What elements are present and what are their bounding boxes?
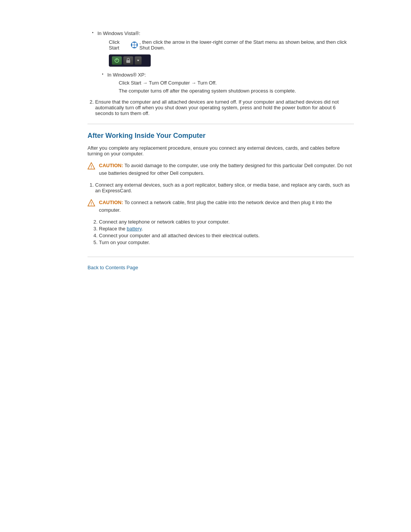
xp-instruction: Click Start → Turn Off Computer → Turn O… bbox=[119, 80, 354, 86]
numbered-steps-top: Ensure that the computer and all attache… bbox=[95, 99, 354, 116]
caution2-body: To connect a network cable, first plug t… bbox=[99, 200, 332, 213]
after-step4: Connect your computer and all attached d… bbox=[99, 233, 354, 238]
caution1-text: CAUTION: To avoid damage to the computer… bbox=[99, 162, 354, 177]
xp-item: In Windows® XP: Click Start → Turn Off C… bbox=[101, 72, 354, 94]
svg-rect-3 bbox=[132, 45, 134, 48]
intro-text: After you complete any replacement proce… bbox=[88, 145, 354, 157]
windows-logo-icon bbox=[131, 42, 138, 48]
xp-section: In Windows® XP: Click Start → Turn Off C… bbox=[97, 72, 354, 94]
shutdown-bar-image bbox=[109, 54, 151, 67]
step2-item: Ensure that the computer and all attache… bbox=[95, 99, 354, 116]
page-container: In Windows Vista®: Click Start bbox=[42, 0, 369, 293]
after-step3-suffix: . bbox=[142, 226, 143, 232]
svg-marker-9 bbox=[137, 60, 139, 61]
after-step5-text: Turn on your computer. bbox=[99, 240, 150, 245]
after-step3: Replace the battery. bbox=[99, 226, 354, 232]
os-list: In Windows Vista®: Click Start bbox=[91, 30, 354, 94]
after-step5: Turn on your computer. bbox=[99, 240, 354, 245]
caution2-label: CAUTION: bbox=[99, 200, 123, 205]
caution-triangle-icon-1: ! bbox=[88, 162, 95, 170]
lock-button-icon bbox=[123, 56, 133, 65]
click-start-text: Click Start bbox=[109, 39, 129, 51]
back-link-container: Back to Contents Page bbox=[88, 265, 354, 270]
svg-rect-2 bbox=[135, 43, 137, 45]
vista-label: In Windows Vista®: bbox=[97, 30, 354, 36]
divider-top bbox=[88, 124, 354, 124]
after-steps-list: Connect any telephone or network cables … bbox=[99, 219, 354, 245]
svg-rect-1 bbox=[132, 43, 134, 45]
svg-rect-8 bbox=[126, 60, 130, 63]
complete-text: The computer turns off after the operati… bbox=[119, 88, 354, 94]
click-start-suffix: , then click the arrow in the lower-righ… bbox=[139, 39, 354, 51]
power-button-icon bbox=[112, 56, 122, 65]
xp-indent: Click Start → Turn Off Computer → Turn O… bbox=[119, 80, 354, 94]
back-to-contents-link[interactable]: Back to Contents Page bbox=[88, 265, 138, 270]
after-step2: Connect any telephone or network cables … bbox=[99, 219, 354, 225]
after-step1: Connect any external devices, such as a … bbox=[95, 182, 354, 193]
section-heading: After Working Inside Your Computer bbox=[88, 132, 354, 140]
caution1-label: CAUTION: bbox=[99, 163, 123, 168]
svg-rect-4 bbox=[135, 45, 137, 48]
svg-text:!: ! bbox=[91, 165, 92, 169]
after-section: After Working Inside Your Computer After… bbox=[88, 132, 354, 245]
xp-label: In Windows® XP: bbox=[107, 72, 354, 78]
vista-section: In Windows Vista®: Click Start bbox=[91, 30, 354, 94]
click-start-line: Click Start bbox=[109, 39, 354, 51]
caution1-body: To avoid damage to the computer, use onl… bbox=[99, 163, 352, 176]
caution2-text: CAUTION: To connect a network cable, fir… bbox=[99, 199, 354, 214]
section-top: In Windows Vista®: Click Start bbox=[88, 30, 354, 116]
after-step2-text: Connect any telephone or network cables … bbox=[99, 219, 229, 225]
after-step4-text: Connect your computer and all attached d… bbox=[99, 233, 260, 238]
caution-triangle-icon-2: ! bbox=[88, 199, 95, 207]
svg-text:!: ! bbox=[91, 202, 92, 206]
caution-block-2: ! CAUTION: To connect a network cable, f… bbox=[88, 199, 354, 214]
after-step3-prefix: Replace the bbox=[99, 226, 127, 232]
battery-link[interactable]: battery bbox=[127, 226, 142, 232]
vista-indent: Click Start bbox=[109, 39, 354, 67]
xp-bullet-list: In Windows® XP: Click Start → Turn Off C… bbox=[101, 72, 354, 94]
numbered-steps-after: Connect any external devices, such as a … bbox=[95, 182, 354, 193]
arrow-button-icon bbox=[135, 56, 142, 65]
divider-bottom bbox=[88, 257, 354, 257]
caution-block-1: ! CAUTION: To avoid damage to the comput… bbox=[88, 162, 354, 177]
